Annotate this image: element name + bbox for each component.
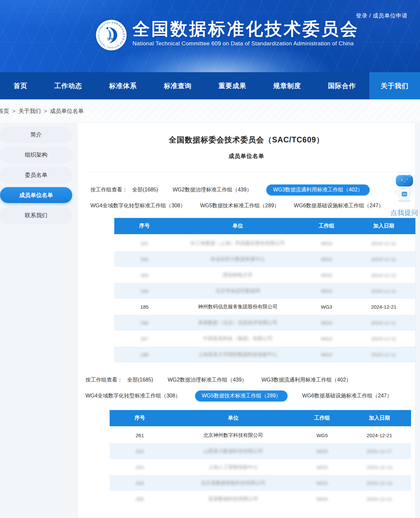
table-row: 184 北京市海淀区数据局 WG3 2024-12-11	[114, 283, 415, 299]
cell-wg: WG5	[296, 427, 348, 443]
assistant-widget[interactable]: 点我提问	[390, 172, 419, 217]
filter-section-wg3: 按工作组查看： 全部(1685)WG2数据治理标准工作组（439）WG3数据流通…	[78, 184, 415, 211]
filter-tab[interactable]: 全部(1685)	[132, 186, 158, 193]
breadcrumb-item[interactable]: 成员单位名单	[50, 108, 84, 114]
sidebar-item[interactable]: 简介	[0, 127, 72, 142]
filter-tab[interactable]: WG4全域数字化转型标准工作组（308）	[85, 392, 181, 399]
cell-date: 2024-12-21	[348, 491, 411, 507]
cell-wg: WG5	[296, 491, 348, 507]
cell-org: 北京某数据智能科技有限公司	[170, 475, 296, 491]
sidebar-item[interactable]: 委员名单	[0, 167, 72, 183]
filter-tab[interactable]: 全部(1685)	[127, 377, 153, 384]
filter-tab[interactable]: WG5数据技术标准工作组（289）	[195, 390, 288, 401]
col-header-date: 加入日期	[348, 410, 411, 427]
member-table-wg3: 序号 单位 工作组 加入日期 181 长三角数据（上海）科技建设股份有限公司 W…	[114, 218, 415, 362]
breadcrumb: 首页 > 关于我们 > 成员单位名单	[0, 107, 84, 115]
cell-index: 182	[114, 251, 175, 267]
cell-index: 265	[110, 491, 170, 507]
cell-date: 2024-12-21	[352, 299, 415, 315]
site-subtitle-en: National Technical Committee 609 on Data…	[132, 40, 359, 47]
cell-date: 2024-12-11	[352, 283, 415, 299]
filter-tab[interactable]: WG4全域数字化转型标准工作组（308）	[90, 202, 185, 209]
table-row: 263 上海人工智能创新中心 WG5 2024-12-13	[110, 459, 411, 475]
site-brand: 全国数据标准化技术委员会 NATIONAL TECHNICAL COMMITTE…	[95, 19, 359, 51]
cell-date: 2024-12-11	[352, 315, 415, 331]
cell-index: 261	[110, 427, 170, 443]
table-row: 261 北京神州数字科技有限公司 WG5 2024-12-21	[110, 427, 411, 443]
nav-item[interactable]: 关于我们	[369, 72, 420, 99]
cell-wg: WG3	[301, 299, 352, 315]
cell-wg: WG3	[301, 346, 352, 362]
table-row: 264 北京某数据智能科技有限公司 WG5 2024-12-13	[110, 475, 411, 491]
robot-mascot-icon[interactable]	[391, 172, 418, 202]
table-row: 182 农业农村大数据发展中心 WG3 2024-12-11	[114, 251, 415, 267]
filter-tab[interactable]: WG6数据基础设施标准工作组（247）	[302, 392, 392, 399]
sidebar-item[interactable]: 组织架构	[0, 147, 72, 163]
sidebar-item[interactable]: 成员单位名单	[0, 187, 72, 203]
nav-item[interactable]: 重要成果	[205, 72, 260, 99]
table-row: 181 长三角数据（上海）科技建设股份有限公司 WG3 2024-12-11	[114, 235, 415, 251]
nav-item[interactable]: 国际合作	[315, 72, 369, 99]
cell-index: 187	[114, 331, 175, 346]
site-title: 全国数据标准化技术委员会	[132, 19, 359, 38]
table-header-row: 序号 单位 工作组 加入日期	[110, 410, 411, 427]
nav-item[interactable]: 工作动态	[41, 72, 95, 99]
cell-org: 山西某大数据科技有限公司	[170, 443, 296, 459]
breadcrumb-separator: >	[9, 108, 18, 114]
filter-tab[interactable]: WG3数据流通利用标准工作组（402）	[261, 377, 351, 384]
col-header-wg: 工作组	[301, 218, 352, 235]
nav-item[interactable]: 标准体系	[96, 72, 150, 99]
page-subtitle: 成员单位名单	[78, 152, 415, 160]
table-row: 265 某某数据科技有限公司 WG5 2024-12-21	[110, 491, 411, 507]
breadcrumb-item[interactable]: 首页	[0, 108, 9, 114]
filter-row-2: WG4全域数字化转型标准工作组（308）WG5数据技术标准工作组（289）WG6…	[90, 202, 398, 209]
assistant-link[interactable]: 点我提问	[390, 208, 419, 217]
cell-index: 186	[114, 315, 175, 331]
breadcrumb-item[interactable]: 关于我们	[18, 108, 41, 114]
cell-wg: WG5	[296, 459, 348, 475]
breadcrumb-separator: >	[41, 108, 50, 114]
col-header-index: 序号	[110, 410, 170, 427]
filter-tab[interactable]: WG2数据治理标准工作组（439）	[168, 377, 247, 384]
cell-index: 188	[114, 346, 175, 362]
cell-date: 2024-12-21	[348, 427, 411, 443]
cell-org: 长三角数据（上海）科技建设股份有限公司	[175, 235, 301, 251]
cell-date: 2024-12-13	[348, 459, 411, 475]
sidebar: 简介 组织架构 委员名单 成员单位名单 联系我们	[0, 127, 72, 228]
nav-item[interactable]: 首页	[0, 72, 41, 99]
title-divider	[90, 172, 412, 172]
cell-wg: WG3	[301, 283, 352, 299]
col-header-index: 序号	[114, 218, 175, 235]
cell-date: 2024-12-17	[348, 443, 411, 459]
filter-tab[interactable]: WG6数据基础设施标准工作组（247）	[294, 202, 384, 209]
cell-org: 北京市海淀区数据局	[175, 283, 301, 299]
cell-org: 某某数据（北京）信息技术有限公司	[175, 315, 301, 331]
cell-org: 农业农村大数据发展中心	[175, 251, 301, 267]
cell-date: 2024-12-13	[348, 475, 411, 491]
cell-org: 中国某某科技（集团）有限公司	[175, 331, 301, 346]
sidebar-item[interactable]: 联系我们	[0, 207, 72, 223]
nav-item[interactable]: 标准查询	[150, 72, 205, 99]
table-row: 183 西安邮电大学 WG3 2024-12-11	[114, 267, 415, 283]
cell-org: 上海人工智能创新中心	[170, 459, 296, 475]
login-member-apply-link[interactable]: 登录 / 成员单位申请	[356, 12, 407, 20]
filter-row-1: 全部(1685)WG2数据治理标准工作组（439）WG3数据流通利用标准工作组（…	[127, 377, 366, 384]
main-nav: 首页 工作动态 标准体系 标准查询 重要成果 规章制度 国际合作 关于我们	[0, 72, 420, 99]
cell-wg: WG3	[301, 331, 352, 346]
member-table-wg5: 序号 单位 工作组 加入日期 261 北京神州数字科技有限公司 WG5 2024…	[110, 410, 411, 507]
filter-label: 按工作组查看：	[90, 186, 128, 193]
filter-tab[interactable]: WG3数据流通利用标准工作组（402）	[266, 184, 369, 195]
cell-date: 2024-12-11	[352, 346, 415, 362]
table-row: 262 山西某大数据科技有限公司 WG5 2024-12-17	[110, 443, 411, 459]
filter-tab[interactable]: WG2数据治理标准工作组（439）	[173, 186, 252, 193]
nav-item[interactable]: 规章制度	[260, 72, 314, 99]
filter-tab[interactable]: WG5数据技术标准工作组（289）	[200, 202, 279, 209]
cell-date: 2024-12-11	[352, 331, 415, 346]
col-header-org: 单位	[170, 410, 296, 427]
page-title: 全国数据标委会技术委员会（SAC/TC609）	[78, 135, 415, 145]
breadcrumb-bar: 首页 > 关于我们 > 成员单位名单	[0, 99, 420, 123]
cell-index: 264	[110, 475, 170, 491]
cell-index: 183	[114, 267, 175, 283]
cell-wg: WG3	[301, 251, 352, 267]
filter-row-2: WG4全域数字化转型标准工作组（308）WG5数据技术标准工作组（289）WG6…	[85, 390, 406, 401]
